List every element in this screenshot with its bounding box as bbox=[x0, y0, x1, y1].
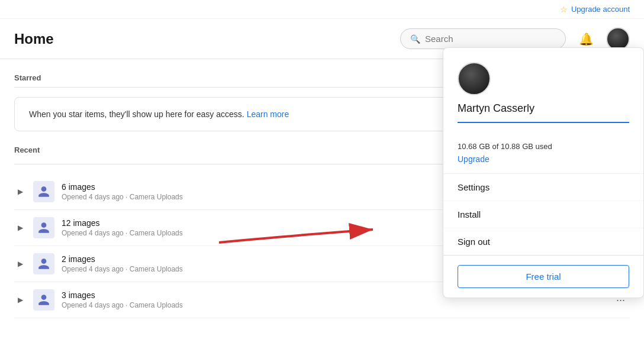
profile-divider bbox=[458, 122, 629, 123]
bell-icon: 🔔 bbox=[579, 32, 594, 46]
upgrade-account-link[interactable]: ☆ Upgrade account bbox=[560, 5, 630, 14]
search-input[interactable] bbox=[425, 34, 543, 44]
profile-dropdown: Martyn Casserly 10.68 GB of 10.88 GB use… bbox=[443, 47, 644, 298]
install-label: Install bbox=[458, 209, 481, 219]
file-icon bbox=[33, 289, 54, 311]
expand-button[interactable]: ▶ bbox=[14, 222, 26, 234]
profile-avatar-large bbox=[458, 62, 491, 95]
starred-empty-text: When you star items, they'll show up her… bbox=[29, 109, 244, 119]
signout-label: Sign out bbox=[458, 237, 490, 247]
settings-label: Settings bbox=[458, 182, 490, 192]
expand-button[interactable]: ▶ bbox=[14, 186, 26, 198]
star-icon: ☆ bbox=[560, 5, 568, 14]
install-menu-item[interactable]: Install bbox=[443, 201, 643, 228]
expand-button[interactable]: ▶ bbox=[14, 294, 26, 306]
dropdown-storage-section: 10.68 GB of 10.88 GB used Upgrade bbox=[443, 132, 643, 174]
search-bar: 🔍 bbox=[400, 28, 566, 49]
dropdown-footer: Free trial bbox=[443, 255, 643, 298]
dropdown-menu: Settings Install Sign out bbox=[443, 174, 643, 255]
learn-more-link[interactable]: Learn more bbox=[247, 109, 289, 119]
recent-label: Recent bbox=[14, 146, 40, 154]
file-meta: Opened 4 days ago · Camera Uploads bbox=[62, 301, 604, 309]
profile-name: Martyn Casserly bbox=[458, 102, 534, 115]
file-icon bbox=[33, 253, 54, 274]
notifications-button[interactable]: 🔔 bbox=[575, 28, 597, 50]
file-icon bbox=[33, 181, 54, 202]
storage-text: 10.68 GB of 10.88 GB used bbox=[458, 142, 629, 151]
upgrade-storage-link[interactable]: Upgrade bbox=[458, 154, 629, 164]
expand-button[interactable]: ▶ bbox=[14, 258, 26, 270]
free-trial-button[interactable]: Free trial bbox=[458, 265, 629, 288]
dropdown-profile-section: Martyn Casserly bbox=[443, 48, 643, 132]
file-icon bbox=[33, 217, 54, 238]
page-title: Home bbox=[14, 31, 54, 47]
upgrade-account-label: Upgrade account bbox=[571, 5, 630, 14]
settings-menu-item[interactable]: Settings bbox=[443, 174, 643, 201]
signout-menu-item[interactable]: Sign out bbox=[443, 228, 643, 255]
search-icon: 🔍 bbox=[410, 34, 420, 44]
